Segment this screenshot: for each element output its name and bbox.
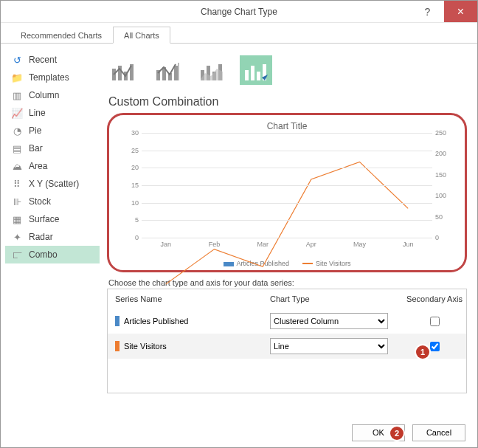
x-category: Apr [287, 241, 336, 248]
combo-variant-2[interactable] [151, 55, 184, 85]
y-right-tick: 250 [435, 129, 456, 137]
x-category: Jun [384, 241, 432, 248]
line-icon: 📈 [11, 107, 23, 119]
tabs: Recommended Charts All Charts [1, 23, 477, 44]
sidebar-item-label: Area [29, 161, 47, 171]
sidebar-item-x-y-scatter-[interactable]: ⠿X Y (Scatter) [5, 175, 100, 193]
y-left-tick: 20 [121, 164, 139, 171]
bar-icon: ▤ [11, 142, 23, 154]
sidebar-item-label: Radar [29, 232, 53, 242]
dialog-title: Change Chart Type [201, 7, 277, 17]
y-left-tick: 15 [121, 182, 139, 189]
sidebar-item-label: Bar [29, 143, 43, 154]
sidebar-item-templates[interactable]: 📁Templates [5, 69, 100, 86]
main-panel: Custom Combination Chart Title JanFebMar… [104, 44, 477, 418]
sidebar-item-radar[interactable]: ✦Radar [5, 228, 100, 246]
combo-icon-custom [243, 58, 269, 82]
change-chart-type-dialog: Change Chart Type ? × Recommended Charts… [0, 0, 478, 448]
chart-type-sidebar: ↺Recent📁Templates▥Column📈Line◔Pie▤Bar⛰Ar… [1, 44, 104, 418]
sidebar-item-area[interactable]: ⛰Area [5, 157, 100, 175]
svg-rect-15 [251, 66, 254, 80]
y-left-tick: 25 [121, 147, 139, 154]
titlebar: Change Chart Type ? × [1, 1, 477, 23]
combo-icon: ⫍ [11, 249, 23, 261]
svg-rect-7 [174, 66, 178, 80]
x-category: Feb [190, 241, 239, 248]
chart-area: JanFebMarAprMayJun 051015202530050100150… [117, 133, 457, 258]
sidebar-item-combo[interactable]: ⫍Combo [5, 246, 100, 263]
titlebar-controls: ? × [411, 1, 477, 22]
chart-preview: Chart Title JanFebMarAprMayJun 051015202… [107, 113, 467, 272]
combo-icon-3 [198, 58, 225, 82]
help-button[interactable]: ? [411, 1, 444, 22]
combo-icon-1 [110, 58, 136, 82]
callout-1: 1 [416, 345, 429, 359]
col-secondary-axis: Secondary Axis [403, 294, 466, 303]
combo-icon-2 [154, 58, 181, 82]
radar-icon: ✦ [11, 231, 23, 243]
sidebar-item-label: Recent [29, 55, 57, 65]
sidebar-item-line[interactable]: 📈Line [5, 104, 100, 122]
plot-area [142, 133, 432, 238]
sidebar-item-surface[interactable]: ▦Surface [5, 210, 100, 228]
column-icon: ▥ [11, 89, 23, 101]
sidebar-item-recent[interactable]: ↺Recent [5, 51, 100, 69]
sidebar-item-label: Column [29, 90, 59, 100]
dialog-footer: OK 2 Cancel [1, 418, 477, 447]
sidebar-item-pie[interactable]: ◔Pie [5, 122, 100, 139]
y-left-tick: 0 [121, 234, 139, 241]
secondary-axis-checkbox-articles[interactable] [430, 317, 440, 326]
y-left-tick: 5 [121, 216, 139, 224]
sidebar-item-bar[interactable]: ▤Bar [5, 139, 100, 157]
x-category: Jan [142, 241, 190, 248]
tab-recommended-charts[interactable]: Recommended Charts [10, 27, 113, 44]
bar-swatch-icon [115, 316, 119, 326]
sidebar-item-label: Combo [29, 249, 58, 260]
x-category: Mar [238, 241, 287, 248]
area-icon: ⛰ [11, 160, 23, 172]
sidebar-item-label: Templates [29, 72, 69, 83]
close-button[interactable]: × [444, 1, 477, 22]
x-category: May [336, 241, 384, 248]
secondary-axis-checkbox-visitors[interactable] [430, 342, 440, 351]
y-left-tick: 10 [121, 199, 139, 207]
y-right-tick: 200 [435, 150, 456, 157]
y-right-tick: 50 [435, 213, 456, 221]
line-swatch-icon [115, 341, 119, 351]
svg-rect-14 [245, 70, 249, 80]
sidebar-item-label: Pie [29, 125, 41, 136]
sidebar-item-stock[interactable]: ⊪Stock [5, 193, 100, 210]
combo-variant-1[interactable] [107, 55, 139, 85]
combo-variant-row [107, 51, 467, 95]
templates-icon: 📁 [11, 72, 23, 83]
svg-rect-1 [118, 66, 122, 80]
combo-variant-custom[interactable] [240, 55, 272, 85]
y-right-tick: 0 [435, 234, 456, 241]
svg-rect-16 [257, 72, 260, 80]
callout-2: 2 [390, 427, 403, 440]
section-title: Custom Combination [108, 95, 467, 108]
y-right-tick: 150 [435, 171, 456, 179]
recent-icon: ↺ [11, 54, 23, 66]
chart-title: Chart Title [117, 121, 457, 131]
sidebar-item-column[interactable]: ▥Column [5, 86, 100, 104]
stock-icon: ⊪ [11, 196, 23, 207]
sidebar-item-label: Surface [29, 214, 59, 224]
pie-icon: ◔ [11, 125, 23, 137]
y-right-tick: 100 [435, 192, 456, 199]
line-overlay [142, 133, 432, 424]
sidebar-item-label: Line [29, 108, 46, 118]
x-axis-labels: JanFebMarAprMayJun [142, 241, 432, 248]
surface-icon: ▦ [11, 213, 23, 225]
sidebar-item-label: X Y (Scatter) [29, 179, 79, 189]
y-left-tick: 30 [121, 129, 139, 137]
sidebar-item-label: Stock [29, 196, 51, 207]
dialog-body: ↺Recent📁Templates▥Column📈Line◔Pie▤Bar⛰Ar… [1, 44, 477, 418]
cancel-button[interactable]: Cancel [412, 424, 465, 441]
tab-all-charts[interactable]: All Charts [113, 27, 170, 44]
combo-variant-3[interactable] [195, 55, 228, 85]
x-y-scatter--icon: ⠿ [11, 178, 23, 190]
